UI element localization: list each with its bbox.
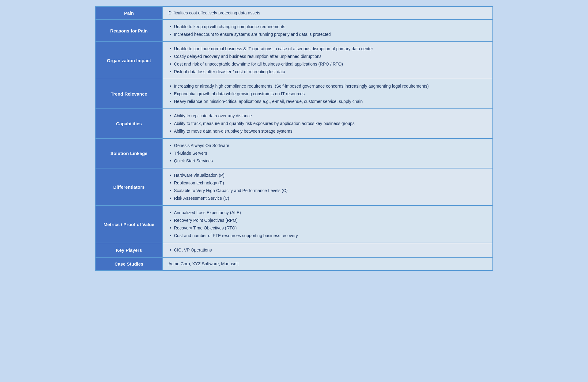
- list-item: Risk of data loss after disaster / cost …: [168, 68, 487, 76]
- content-trend-relevance: Increasing or already high compliance re…: [163, 79, 492, 108]
- list-item: Genesis Always On Software: [168, 142, 487, 149]
- content-case-studies: Acme Corp, XYZ Software, Manusoft: [163, 258, 492, 270]
- label-solution-linkage: Solution Linkage: [96, 139, 163, 168]
- list-item: Recovery Time Objectives (RTO): [168, 224, 487, 232]
- list-item: Annualized Loss Expectancy (ALE): [168, 209, 487, 217]
- list-item: Unable to keep up with changing complian…: [168, 23, 487, 31]
- list-item: Scalable to Very High Capacity and Perfo…: [168, 187, 487, 195]
- list-item: Increased headcount to ensure systems ar…: [168, 31, 487, 38]
- list-capabilities: Ability to replicate data over any dista…: [168, 112, 487, 135]
- content-metrics-proof-of-value: Annualized Loss Expectancy (ALE)Recovery…: [163, 206, 492, 243]
- row-trend-relevance: Trend RelevanceIncreasing or already hig…: [96, 79, 492, 109]
- list-item: Recovery Point Objectives (RPO): [168, 217, 487, 224]
- list-differentiators: Hardware virtualization (P)Replication t…: [168, 172, 487, 202]
- text-pain: Difficulties cost effectively protecting…: [168, 10, 260, 16]
- list-item: Hardware virtualization (P): [168, 172, 487, 179]
- list-metrics-proof-of-value: Annualized Loss Expectancy (ALE)Recovery…: [168, 209, 487, 240]
- main-table: PainDifficulties cost effectively protec…: [95, 6, 493, 271]
- label-organization-impact: Organization Impact: [96, 42, 163, 79]
- row-pain: PainDifficulties cost effectively protec…: [96, 7, 492, 20]
- content-pain: Difficulties cost effectively protecting…: [163, 7, 492, 19]
- label-differentiators: Differentiators: [96, 168, 163, 205]
- row-solution-linkage: Solution LinkageGenesis Always On Softwa…: [96, 139, 492, 168]
- list-item: Cost and number of FTE resources support…: [168, 232, 487, 240]
- list-key-players: CIO, VP Operations: [168, 246, 487, 254]
- row-reasons-for-pain: Reasons for PainUnable to keep up with c…: [96, 20, 492, 42]
- list-organization-impact: Unable to continue normal business & IT …: [168, 45, 487, 76]
- list-item: Replication technology (P): [168, 179, 487, 187]
- content-solution-linkage: Genesis Always On SoftwareTri-Blade Serv…: [163, 139, 492, 168]
- row-key-players: Key PlayersCIO, VP Operations: [96, 243, 492, 258]
- label-key-players: Key Players: [96, 243, 163, 257]
- list-reasons-for-pain: Unable to keep up with changing complian…: [168, 23, 487, 38]
- label-capabilities: Capabilities: [96, 109, 163, 138]
- label-pain: Pain: [96, 7, 163, 19]
- label-trend-relevance: Trend Relevance: [96, 79, 163, 108]
- list-item: Tri-Blade Servers: [168, 149, 487, 157]
- row-metrics-proof-of-value: Metrics / Proof of ValueAnnualized Loss …: [96, 206, 492, 243]
- content-differentiators: Hardware virtualization (P)Replication t…: [163, 168, 492, 205]
- list-item: Unable to continue normal business & IT …: [168, 45, 487, 53]
- content-capabilities: Ability to replicate data over any dista…: [163, 109, 492, 138]
- row-case-studies: Case StudiesAcme Corp, XYZ Software, Man…: [96, 258, 492, 270]
- label-metrics-proof-of-value: Metrics / Proof of Value: [96, 206, 163, 243]
- label-reasons-for-pain: Reasons for Pain: [96, 20, 163, 41]
- list-solution-linkage: Genesis Always On SoftwareTri-Blade Serv…: [168, 142, 487, 165]
- list-item: Increasing or already high compliance re…: [168, 82, 487, 90]
- text-case-studies: Acme Corp, XYZ Software, Manusoft: [168, 261, 239, 267]
- list-item: Costly delayed recovery and business res…: [168, 53, 487, 60]
- row-organization-impact: Organization ImpactUnable to continue no…: [96, 42, 492, 79]
- list-item: Ability to track, measure and quantify r…: [168, 120, 487, 127]
- list-item: Heavy reliance on mission-critical appli…: [168, 98, 487, 105]
- content-organization-impact: Unable to continue normal business & IT …: [163, 42, 492, 79]
- label-case-studies: Case Studies: [96, 258, 163, 270]
- content-reasons-for-pain: Unable to keep up with changing complian…: [163, 20, 492, 41]
- row-capabilities: CapabilitiesAbility to replicate data ov…: [96, 109, 492, 139]
- list-item: Risk Assessment Service (C): [168, 195, 487, 202]
- list-item: Ability to move data non-disruptively be…: [168, 127, 487, 135]
- list-item: Exponential growth of data while growing…: [168, 90, 487, 98]
- list-item: Ability to replicate data over any dista…: [168, 112, 487, 120]
- content-key-players: CIO, VP Operations: [163, 243, 492, 257]
- list-item: Cost and risk of unacceptable downtime f…: [168, 60, 487, 68]
- list-item: CIO, VP Operations: [168, 246, 487, 254]
- row-differentiators: DifferentiatorsHardware virtualization (…: [96, 168, 492, 206]
- list-trend-relevance: Increasing or already high compliance re…: [168, 82, 487, 105]
- list-item: Quick Start Services: [168, 157, 487, 165]
